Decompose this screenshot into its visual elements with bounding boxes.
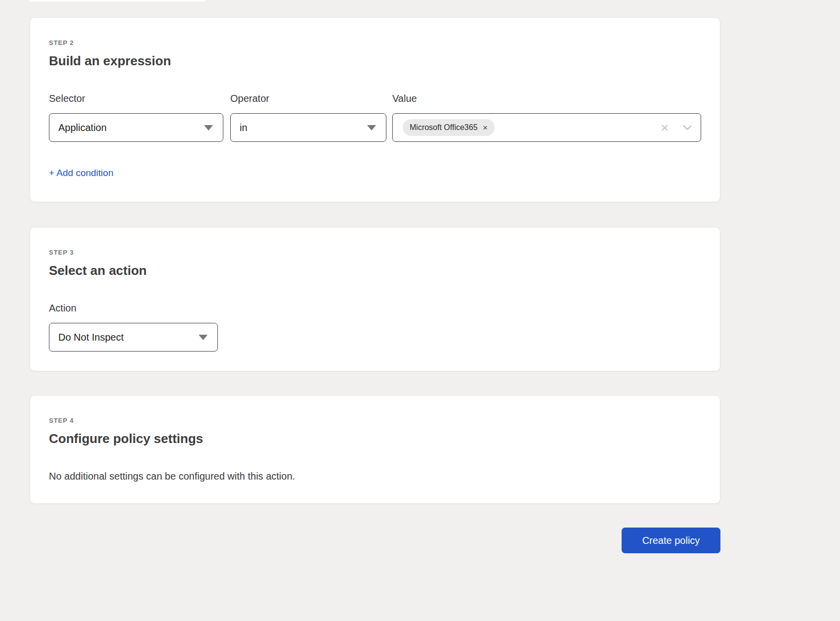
value-field: Value Microsoft Office365 ✕ ✕ xyxy=(392,93,701,142)
dropdown-caret-icon xyxy=(204,125,213,131)
step-2-label: STEP 2 xyxy=(49,39,701,46)
dropdown-caret-icon xyxy=(367,125,376,131)
footer-actions: Create policy xyxy=(30,528,720,553)
value-field-controls: ✕ xyxy=(660,123,692,133)
step-3-card: STEP 3 Select an action Action Do Not In… xyxy=(30,227,720,371)
step-2-title: Build an expression xyxy=(49,53,701,68)
selected-value-tag: Microsoft Office365 ✕ xyxy=(403,119,495,136)
value-label: Value xyxy=(392,93,701,104)
step-4-label: STEP 4 xyxy=(49,417,701,424)
value-multiselect-input[interactable]: Microsoft Office365 ✕ ✕ xyxy=(392,113,701,142)
selector-dropdown[interactable]: Application xyxy=(49,113,223,142)
chevron-down-icon[interactable] xyxy=(683,125,692,131)
tag-remove-icon[interactable]: ✕ xyxy=(483,125,488,131)
step-4-title: Configure policy settings xyxy=(49,431,701,446)
action-field: Action Do Not Inspect xyxy=(49,303,701,352)
policy-settings-note: No additional settings can be configured… xyxy=(49,470,701,483)
policy-builder-page: STEP 2 Build an expression Selector Appl… xyxy=(30,17,720,553)
operator-dropdown[interactable]: in xyxy=(230,113,386,142)
action-label: Action xyxy=(49,303,218,314)
step-2-card: STEP 2 Build an expression Selector Appl… xyxy=(30,17,720,202)
step-4-card: STEP 4 Configure policy settings No addi… xyxy=(30,395,720,504)
operator-field: Operator in xyxy=(230,93,386,142)
add-condition-link[interactable]: + Add condition xyxy=(49,168,113,178)
step-3-label: STEP 3 xyxy=(49,249,701,256)
selector-selected-value: Application xyxy=(58,122,107,133)
selector-label: Selector xyxy=(49,93,223,104)
dropdown-caret-icon xyxy=(199,335,208,340)
step-3-title: Select an action xyxy=(49,263,701,278)
operator-label: Operator xyxy=(230,93,386,104)
action-dropdown[interactable]: Do Not Inspect xyxy=(49,323,218,352)
clear-all-icon[interactable]: ✕ xyxy=(660,123,669,133)
create-policy-button[interactable]: Create policy xyxy=(622,528,720,553)
selector-field: Selector Application xyxy=(49,93,223,142)
previous-card-bottom-edge xyxy=(30,0,206,1)
expression-fields-row: Selector Application Operator in Value M… xyxy=(49,93,701,142)
tag-label: Microsoft Office365 xyxy=(410,123,478,132)
action-selected-value: Do Not Inspect xyxy=(58,332,124,343)
operator-selected-value: in xyxy=(240,122,248,133)
